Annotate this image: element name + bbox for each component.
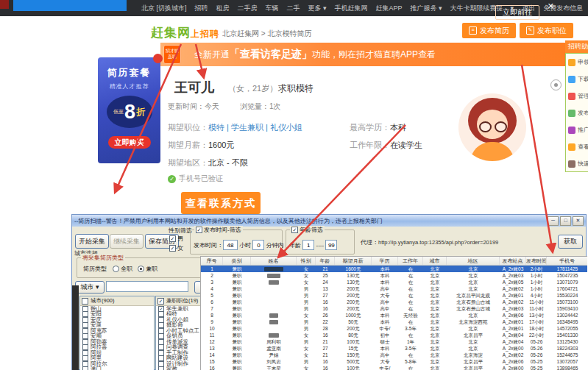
cell-seq: 4 [201,285,223,292]
table-row[interactable]: 12兼职周利明男21100元硕士1年北京北京A_2x账0405-26131254… [201,338,587,345]
cell-site: A_2x账03 [500,305,526,312]
column-header-工作年[interactable]: 工作年 [398,257,423,265]
city-checkbox[interactable] [82,366,88,370]
close-button[interactable]: ✕ [573,216,584,226]
cell-edu: 本科 [372,279,398,285]
publish-job-button[interactable]: ✎发布职位 [520,23,573,38]
table-row[interactable]: 4兼职男13200元高中在北京北京A_2x账021小时17604721 [201,285,587,292]
column-header-发布站点[interactable]: 发布站点 [500,257,526,265]
table-row[interactable]: 15兼职刘凤岩男16500元大专5-8年北京北京昌平A_2x账0605-2513… [201,358,587,365]
cell-area: 北京海淀西苑 [447,319,500,325]
cell-seq: 5 [201,292,223,299]
column-header-姓名[interactable]: 姓名 [251,257,297,265]
age-max-input[interactable] [325,240,337,250]
rail-item-下载简历[interactable]: 下载简历 [566,71,588,88]
search-input[interactable] [106,281,188,292]
nav-item[interactable]: 招聘 [195,4,208,13]
nav-item[interactable]: 租房 [216,4,230,13]
job-checkbox[interactable] [158,366,164,370]
minimize-button[interactable]: ─ [548,216,559,226]
table-row[interactable]: 2兼职女25130元本科在北京北京A_2x账031小时15047235 [201,272,587,279]
column-header-地区[interactable]: 地区 [447,257,500,265]
column-header-类别[interactable]: 类别 [223,257,251,265]
column-header-性别[interactable]: 性别 [297,257,316,265]
job-all-checkbox[interactable]: ✓ [157,298,164,305]
column-header-手机号[interactable]: 手机号 [547,257,587,265]
get-proxy-button[interactable]: 获取 [558,235,583,249]
column-header-城市[interactable]: 城市 [423,257,447,265]
rail-item-发布职位[interactable]: 发布职位 [566,104,588,121]
cell-edu: 本科 [372,319,398,325]
column-header-期望月薪[interactable]: 期望月薪 [335,257,372,265]
cell-phone: 17604721 [547,285,587,292]
city-all-checkbox[interactable] [82,298,88,305]
nav-item[interactable]: 二手 [287,4,300,13]
column-header-学历[interactable]: 学历 [372,257,398,265]
resume-type-radio-全职[interactable]: 全职 [113,266,138,272]
table-row[interactable]: 10兼职男28200元中专/3-5年北京北京A_2x账0118小时1457205… [201,325,587,332]
column-header-年龄[interactable]: 年龄 [316,257,335,265]
rail-item-icon [568,143,575,151]
male-checkbox[interactable]: ✓ [169,235,176,242]
city-listbox[interactable]: 城市(900) 鞍山安阳安庆安康阿克苏安顺阿勒泰阿拉善阿坝阿里阿拉尔澳门 [79,296,155,370]
cell-phone: 15903410 [547,305,587,312]
table-row[interactable]: 11兼职女1680元初中在北京北京昌平A_2x账0422小时15401330 [201,332,587,338]
table-row[interactable]: 8兼职女261000元本科无经验北京北京A_2x账0613小时13024442 [201,312,587,319]
view-contact-button[interactable]: 查看联系方式 [181,192,261,214]
info-icon[interactable] [550,79,562,90]
table-row[interactable]: 16兼职王末星女16100元中专/在北京北京昌平A_2x账0005-251389… [201,365,587,370]
gender-female-option[interactable]: ✓ 女 [169,244,183,252]
time-filter-checkbox[interactable]: ✓ [196,227,202,233]
maximize-button[interactable]: □ [560,216,571,226]
cell-age: 16 [316,299,335,305]
nav-item[interactable]: 北京 [切换城市] [141,4,187,13]
hours-input[interactable] [223,240,238,250]
age-min-input[interactable] [302,240,314,250]
publish-resume-button[interactable]: ≡发布简历 [462,23,516,38]
cell-edu: 初中 [372,332,398,338]
table-row[interactable]: 7兼职男16200元高中在北京北京石景山古城A_2x账0311小时1590341… [201,305,587,312]
nav-item[interactable]: 车辆 [266,4,279,13]
cell-pay: 200元 [335,285,372,292]
rail-item-推广服务[interactable]: 推广服务 [566,121,588,138]
cell-name [251,279,297,285]
cell-site: A_2x账02 [500,352,526,358]
minutes-input[interactable] [252,240,264,250]
table-row[interactable]: 1兼职女211600元本科在北京北京A_2x账032小时17811425 [201,266,587,272]
city-combobox[interactable]: 城市 ▾ [75,281,105,293]
female-checkbox[interactable]: ✓ [169,245,176,252]
nav-item[interactable]: 二手房 [238,4,258,13]
cell-pay: 200元 [335,305,372,312]
age-filter-checkbox[interactable]: ✓ [291,227,298,233]
column-header-发布时间[interactable]: 发布时间 [526,257,547,265]
rail-item-快速发布[interactable]: 快速发布 [566,155,588,172]
site-logo[interactable]: 赶集网上招聘 [151,24,219,41]
rail-item-查看简历[interactable]: 查看简历 [566,138,588,155]
resume-collect-button[interactable]: 继续采集 [110,234,144,249]
rail-item-申领简历[interactable]: 申领简历 [566,54,588,71]
nav-item[interactable]: 赶集APP [376,4,403,13]
table-row[interactable]: 5兼职男27200元大专在北京北京昌平回龙观A_2x账014小时15530224 [201,292,587,299]
column-header-序号[interactable]: 序号 [201,257,223,265]
promo-cta-button[interactable]: 立即前往 [495,5,539,20]
resume-package-ad[interactable]: 简历套餐 精准人才推荐 低至8折 立即购买 [98,57,160,163]
resume-type-radio-兼职[interactable]: 兼职 [138,266,163,272]
nav-item[interactable]: 更多 ▾ [308,4,327,13]
table-row[interactable]: 14兼职尹娟女21150元高中在北京北京海淀A_2x账0205-26152446… [201,352,587,358]
table-row[interactable]: 6兼职男16200元高中在北京北京石景山古城A_2x账0211小时1507310… [201,299,587,305]
nav-item[interactable]: 推广服务 ▾ [411,4,442,13]
table-row[interactable]: 9兼职男2250元本科在北京北京海淀西苑A_2x账0117小时16348495 [201,319,587,325]
gender-male-option[interactable]: ✓ 男 [169,235,183,243]
rail-item-管理简历[interactable]: 管理简历 [566,88,588,104]
table-row[interactable]: 3兼职女24130元本科在北京北京A_2x账051小时13071079 [201,279,587,285]
cell-exp: 在 [398,332,423,338]
cell-edu: 本科 [372,266,398,272]
table-row[interactable]: 13兼职孟亚南女2715元本科3-5年北京北京A_2x账0005-2618224… [201,345,587,352]
window-titlebar[interactable]: --简历扫描--警告！严禁用户利用本网站和开发的软件操作贩卖他人简历信息，以及其… [72,215,586,227]
banner-close-icon[interactable]: ✕ [548,1,554,11]
nav-item[interactable]: 手机赶集网 [335,4,368,13]
start-collect-button[interactable]: 开始采集 [75,234,109,249]
expect-job-links[interactable]: 模特 | 学生兼职 | 礼仪小姐 [208,123,302,132]
ad-buy-button[interactable]: 立即购买 [108,136,151,149]
city-list-item[interactable]: 澳门 [80,367,154,370]
